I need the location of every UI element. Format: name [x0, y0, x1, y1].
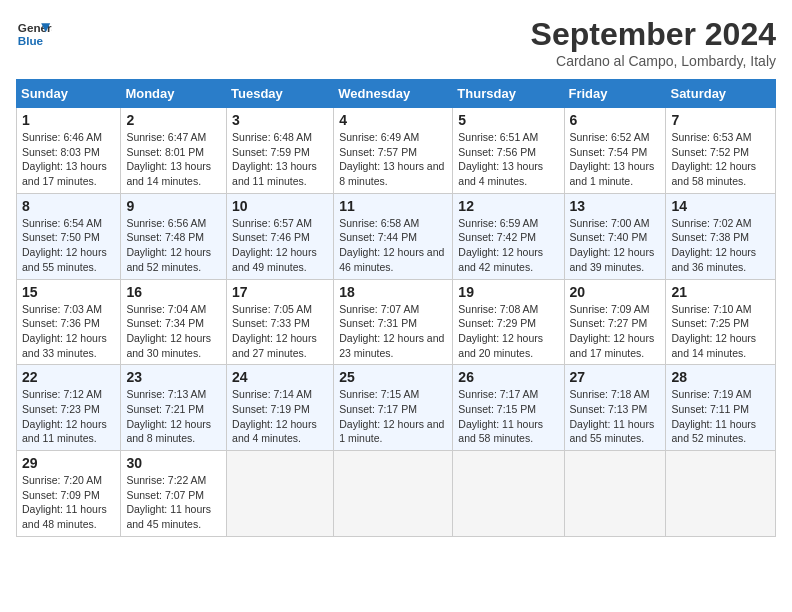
- daylight-label: Daylight: 12 hours and 30 minutes.: [126, 332, 211, 359]
- day-number: 2: [126, 112, 221, 128]
- calendar-cell: 24 Sunrise: 7:14 AM Sunset: 7:19 PM Dayl…: [227, 365, 334, 451]
- sunrise-label: Sunrise: 7:15 AM: [339, 388, 419, 400]
- calendar-cell: 10 Sunrise: 6:57 AM Sunset: 7:46 PM Dayl…: [227, 193, 334, 279]
- calendar-cell: 27 Sunrise: 7:18 AM Sunset: 7:13 PM Dayl…: [564, 365, 666, 451]
- day-info: Sunrise: 6:59 AM Sunset: 7:42 PM Dayligh…: [458, 216, 558, 275]
- day-number: 13: [570, 198, 661, 214]
- day-number: 18: [339, 284, 447, 300]
- day-number: 12: [458, 198, 558, 214]
- sunrise-label: Sunrise: 7:10 AM: [671, 303, 751, 315]
- day-number: 5: [458, 112, 558, 128]
- daylight-label: Daylight: 12 hours and 42 minutes.: [458, 246, 543, 273]
- sunrise-label: Sunrise: 7:18 AM: [570, 388, 650, 400]
- daylight-label: Daylight: 11 hours and 58 minutes.: [458, 418, 543, 445]
- sunrise-label: Sunrise: 7:22 AM: [126, 474, 206, 486]
- daylight-label: Daylight: 12 hours and 17 minutes.: [570, 332, 655, 359]
- calendar-week-row: 29 Sunrise: 7:20 AM Sunset: 7:09 PM Dayl…: [17, 451, 776, 537]
- calendar-cell: 9 Sunrise: 6:56 AM Sunset: 7:48 PM Dayli…: [121, 193, 227, 279]
- calendar-week-row: 15 Sunrise: 7:03 AM Sunset: 7:36 PM Dayl…: [17, 279, 776, 365]
- day-number: 22: [22, 369, 115, 385]
- day-number: 23: [126, 369, 221, 385]
- sunrise-label: Sunrise: 6:48 AM: [232, 131, 312, 143]
- day-info: Sunrise: 7:07 AM Sunset: 7:31 PM Dayligh…: [339, 302, 447, 361]
- daylight-label: Daylight: 11 hours and 52 minutes.: [671, 418, 756, 445]
- sunrise-label: Sunrise: 7:05 AM: [232, 303, 312, 315]
- sunset-label: Sunset: 7:13 PM: [570, 403, 648, 415]
- sunset-label: Sunset: 7:15 PM: [458, 403, 536, 415]
- calendar-cell: 16 Sunrise: 7:04 AM Sunset: 7:34 PM Dayl…: [121, 279, 227, 365]
- weekday-header-cell: Wednesday: [334, 80, 453, 108]
- svg-text:Blue: Blue: [18, 34, 44, 47]
- day-info: Sunrise: 7:09 AM Sunset: 7:27 PM Dayligh…: [570, 302, 661, 361]
- calendar-cell: 26 Sunrise: 7:17 AM Sunset: 7:15 PM Dayl…: [453, 365, 564, 451]
- sunset-label: Sunset: 7:57 PM: [339, 146, 417, 158]
- daylight-label: Daylight: 11 hours and 48 minutes.: [22, 503, 107, 530]
- sunset-label: Sunset: 7:25 PM: [671, 317, 749, 329]
- calendar-cell: 5 Sunrise: 6:51 AM Sunset: 7:56 PM Dayli…: [453, 108, 564, 194]
- sunset-label: Sunset: 7:19 PM: [232, 403, 310, 415]
- daylight-label: Daylight: 12 hours and 36 minutes.: [671, 246, 756, 273]
- daylight-label: Daylight: 12 hours and 14 minutes.: [671, 332, 756, 359]
- day-info: Sunrise: 6:54 AM Sunset: 7:50 PM Dayligh…: [22, 216, 115, 275]
- sunrise-label: Sunrise: 6:57 AM: [232, 217, 312, 229]
- day-info: Sunrise: 7:17 AM Sunset: 7:15 PM Dayligh…: [458, 387, 558, 446]
- calendar-cell: 7 Sunrise: 6:53 AM Sunset: 7:52 PM Dayli…: [666, 108, 776, 194]
- sunset-label: Sunset: 7:54 PM: [570, 146, 648, 158]
- calendar-cell: 2 Sunrise: 6:47 AM Sunset: 8:01 PM Dayli…: [121, 108, 227, 194]
- sunset-label: Sunset: 7:07 PM: [126, 489, 204, 501]
- calendar-cell: 13 Sunrise: 7:00 AM Sunset: 7:40 PM Dayl…: [564, 193, 666, 279]
- sunset-label: Sunset: 7:29 PM: [458, 317, 536, 329]
- daylight-label: Daylight: 12 hours and 58 minutes.: [671, 160, 756, 187]
- day-info: Sunrise: 7:05 AM Sunset: 7:33 PM Dayligh…: [232, 302, 328, 361]
- calendar-table: SundayMondayTuesdayWednesdayThursdayFrid…: [16, 79, 776, 537]
- sunset-label: Sunset: 7:34 PM: [126, 317, 204, 329]
- day-number: 6: [570, 112, 661, 128]
- sunrise-label: Sunrise: 7:00 AM: [570, 217, 650, 229]
- sunrise-label: Sunrise: 7:07 AM: [339, 303, 419, 315]
- weekday-header-cell: Saturday: [666, 80, 776, 108]
- daylight-label: Daylight: 13 hours and 4 minutes.: [458, 160, 543, 187]
- daylight-label: Daylight: 12 hours and 39 minutes.: [570, 246, 655, 273]
- sunset-label: Sunset: 7:38 PM: [671, 231, 749, 243]
- calendar-week-row: 1 Sunrise: 6:46 AM Sunset: 8:03 PM Dayli…: [17, 108, 776, 194]
- day-info: Sunrise: 7:19 AM Sunset: 7:11 PM Dayligh…: [671, 387, 770, 446]
- day-info: Sunrise: 6:58 AM Sunset: 7:44 PM Dayligh…: [339, 216, 447, 275]
- day-number: 14: [671, 198, 770, 214]
- daylight-label: Daylight: 12 hours and 1 minute.: [339, 418, 444, 445]
- calendar-cell: 19 Sunrise: 7:08 AM Sunset: 7:29 PM Dayl…: [453, 279, 564, 365]
- day-number: 28: [671, 369, 770, 385]
- daylight-label: Daylight: 12 hours and 33 minutes.: [22, 332, 107, 359]
- day-info: Sunrise: 6:49 AM Sunset: 7:57 PM Dayligh…: [339, 130, 447, 189]
- logo: General Blue: [16, 16, 52, 52]
- day-info: Sunrise: 6:53 AM Sunset: 7:52 PM Dayligh…: [671, 130, 770, 189]
- page-subtitle: Cardano al Campo, Lombardy, Italy: [531, 53, 776, 69]
- daylight-label: Daylight: 13 hours and 14 minutes.: [126, 160, 211, 187]
- day-number: 15: [22, 284, 115, 300]
- day-number: 30: [126, 455, 221, 471]
- calendar-cell: 25 Sunrise: 7:15 AM Sunset: 7:17 PM Dayl…: [334, 365, 453, 451]
- day-number: 4: [339, 112, 447, 128]
- sunset-label: Sunset: 7:40 PM: [570, 231, 648, 243]
- calendar-week-row: 8 Sunrise: 6:54 AM Sunset: 7:50 PM Dayli…: [17, 193, 776, 279]
- day-number: 21: [671, 284, 770, 300]
- sunrise-label: Sunrise: 6:59 AM: [458, 217, 538, 229]
- calendar-cell: 14 Sunrise: 7:02 AM Sunset: 7:38 PM Dayl…: [666, 193, 776, 279]
- sunrise-label: Sunrise: 7:02 AM: [671, 217, 751, 229]
- day-info: Sunrise: 7:18 AM Sunset: 7:13 PM Dayligh…: [570, 387, 661, 446]
- sunset-label: Sunset: 7:09 PM: [22, 489, 100, 501]
- day-info: Sunrise: 7:20 AM Sunset: 7:09 PM Dayligh…: [22, 473, 115, 532]
- sunset-label: Sunset: 8:03 PM: [22, 146, 100, 158]
- day-number: 8: [22, 198, 115, 214]
- daylight-label: Daylight: 11 hours and 55 minutes.: [570, 418, 655, 445]
- calendar-cell: 23 Sunrise: 7:13 AM Sunset: 7:21 PM Dayl…: [121, 365, 227, 451]
- sunrise-label: Sunrise: 6:46 AM: [22, 131, 102, 143]
- sunset-label: Sunset: 7:44 PM: [339, 231, 417, 243]
- calendar-cell: 8 Sunrise: 6:54 AM Sunset: 7:50 PM Dayli…: [17, 193, 121, 279]
- logo-icon: General Blue: [16, 16, 52, 52]
- day-info: Sunrise: 7:15 AM Sunset: 7:17 PM Dayligh…: [339, 387, 447, 446]
- page-title: September 2024: [531, 16, 776, 53]
- calendar-cell: 29 Sunrise: 7:20 AM Sunset: 7:09 PM Dayl…: [17, 451, 121, 537]
- sunrise-label: Sunrise: 7:04 AM: [126, 303, 206, 315]
- day-number: 26: [458, 369, 558, 385]
- weekday-header-cell: Monday: [121, 80, 227, 108]
